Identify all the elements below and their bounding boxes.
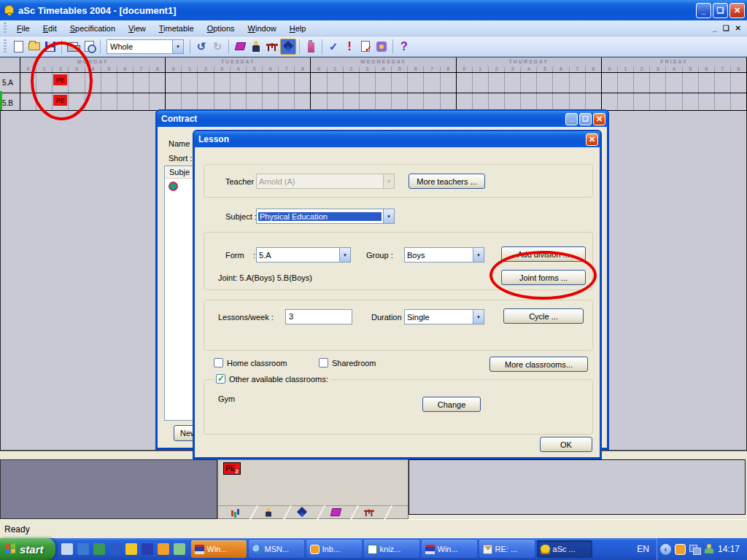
minimize-button[interactable]: _ xyxy=(696,3,711,18)
quick-launch-icon[interactable] xyxy=(142,543,153,555)
grid-cell[interactable] xyxy=(731,73,746,93)
grid-cell[interactable] xyxy=(392,73,408,93)
grid-cell[interactable] xyxy=(699,73,715,93)
language-indicator[interactable]: EN xyxy=(630,544,657,554)
grid-cell[interactable]: PE xyxy=(53,73,69,93)
grid-cell[interactable] xyxy=(586,73,601,93)
tab-subjects[interactable] xyxy=(319,506,352,518)
tray-chevron-icon[interactable]: ‹ xyxy=(660,544,671,555)
change-button[interactable]: Change xyxy=(422,397,481,412)
lesson-card[interactable]: PE2 xyxy=(223,462,241,475)
tab-classrooms[interactable] xyxy=(352,506,386,518)
grid-cell[interactable] xyxy=(247,73,263,93)
grid-cell[interactable] xyxy=(117,73,133,93)
grid-cell[interactable] xyxy=(101,73,117,93)
grid-cell[interactable] xyxy=(666,73,682,93)
save-button[interactable] xyxy=(42,39,58,55)
menu-view[interactable]: View xyxy=(122,23,152,34)
taskbar-task[interactable]: RE: ... xyxy=(479,540,535,558)
quick-launch-icon[interactable] xyxy=(109,543,121,555)
close-button[interactable]: ✕ xyxy=(729,3,745,18)
grid-cell[interactable] xyxy=(279,73,295,93)
subjects-button[interactable] xyxy=(232,39,248,55)
quick-launch-icon[interactable] xyxy=(93,543,105,555)
form-combobox[interactable]: 5.A ▼ xyxy=(256,247,351,262)
grid-cell[interactable] xyxy=(214,73,231,93)
forms-button[interactable] xyxy=(280,39,296,55)
menu-window[interactable]: Window xyxy=(241,23,283,34)
menu-edit[interactable]: Edit xyxy=(36,23,63,34)
contract-minimize-button[interactable]: _ xyxy=(565,113,578,125)
menu-timetable[interactable]: Timetable xyxy=(152,23,201,34)
grid-cell[interactable] xyxy=(182,73,198,93)
mdi-minimize-button[interactable]: _ xyxy=(713,24,717,32)
chevron-down-icon[interactable]: ▼ xyxy=(383,209,394,223)
add-division-button[interactable]: Add division ... xyxy=(501,246,586,262)
subject-combobox[interactable]: Physical Education ▼ xyxy=(256,209,395,224)
zoom-select[interactable]: Whole ▼ xyxy=(107,39,184,54)
grid-cell[interactable] xyxy=(683,73,699,93)
mdi-restore-button[interactable]: ❏ xyxy=(723,24,729,32)
tray-network-icon[interactable] xyxy=(689,545,700,554)
grid-cell[interactable] xyxy=(618,73,634,93)
grid-cell[interactable] xyxy=(570,73,586,93)
help-button[interactable]: ? xyxy=(396,39,412,55)
sharedroom-checkbox[interactable]: Sharedroom xyxy=(319,358,376,368)
more-teachers-button[interactable]: More teachers ... xyxy=(409,174,485,189)
print-preview-button[interactable] xyxy=(81,39,97,55)
grid-cell[interactable] xyxy=(408,73,424,93)
menu-file[interactable]: File xyxy=(10,23,36,34)
chevron-down-icon[interactable]: ▼ xyxy=(473,310,484,324)
grid-cell[interactable] xyxy=(376,73,392,93)
joint-forms-button[interactable]: Joint forms ... xyxy=(501,270,586,285)
grid-cell[interactable] xyxy=(263,73,279,93)
grid-cell[interactable] xyxy=(553,73,569,93)
chevron-down-icon[interactable]: ▼ xyxy=(339,248,350,262)
colors-button[interactable] xyxy=(303,39,319,55)
grid-cell[interactable] xyxy=(424,73,440,93)
lessons-week-input[interactable]: 3 xyxy=(285,309,352,324)
open-button[interactable] xyxy=(26,39,42,55)
verify-button[interactable] xyxy=(357,39,374,55)
ok-button[interactable]: OK xyxy=(540,437,592,452)
mdi-close-button[interactable]: ✕ xyxy=(735,24,741,32)
grid-cell[interactable] xyxy=(650,73,666,93)
quick-launch-icon[interactable] xyxy=(77,543,89,555)
checkbox-icon[interactable] xyxy=(319,358,328,368)
tray-user-icon[interactable] xyxy=(704,544,714,554)
quick-launch-icon[interactable] xyxy=(61,543,73,555)
quick-launch-icon[interactable] xyxy=(158,543,169,555)
grid-cell[interactable] xyxy=(133,73,150,93)
group-combobox[interactable]: Boys ▼ xyxy=(404,247,484,262)
grid-cell[interactable] xyxy=(328,73,344,93)
lesson-cell-pe[interactable]: PE xyxy=(53,74,67,85)
row-label-5a[interactable]: 5.A xyxy=(0,73,20,93)
grid-cell[interactable] xyxy=(311,73,327,93)
taskbar-task[interactable]: Win... xyxy=(422,540,477,558)
grid-cell[interactable] xyxy=(473,73,489,93)
grid-cell[interactable] xyxy=(505,73,521,93)
grid-cell[interactable] xyxy=(85,73,101,93)
contract-restore-button[interactable]: ❏ xyxy=(579,113,592,125)
generate-button[interactable]: ! xyxy=(341,39,357,55)
undo-button[interactable]: ↺ xyxy=(193,39,209,55)
grid-cell[interactable] xyxy=(198,73,214,93)
grid-cell[interactable] xyxy=(150,73,165,93)
grid-cell[interactable] xyxy=(634,73,650,93)
contract-close-button[interactable]: ✕ xyxy=(593,113,605,125)
grid-cell[interactable] xyxy=(166,73,182,93)
lesson-close-button[interactable]: ✕ xyxy=(586,133,598,146)
more-classrooms-button[interactable]: More classrooms... xyxy=(489,357,588,372)
taskbar-task[interactable]: kniz... xyxy=(364,540,419,558)
quick-launch-icon[interactable] xyxy=(174,543,185,555)
other-classrooms-checkbox[interactable]: Other available classrooms: xyxy=(214,374,330,384)
tab-statistics[interactable] xyxy=(218,506,252,518)
redo-button[interactable]: ↻ xyxy=(209,39,225,55)
start-button[interactable]: start xyxy=(0,538,55,560)
grid-cell[interactable] xyxy=(537,73,553,93)
grid-cell[interactable] xyxy=(69,73,85,93)
duration-combobox[interactable]: Single ▼ xyxy=(404,309,484,324)
test-button[interactable]: ✓ xyxy=(325,39,341,55)
home-classroom-checkbox[interactable]: Home classroom xyxy=(214,358,287,368)
chevron-down-icon[interactable]: ▼ xyxy=(172,40,183,53)
